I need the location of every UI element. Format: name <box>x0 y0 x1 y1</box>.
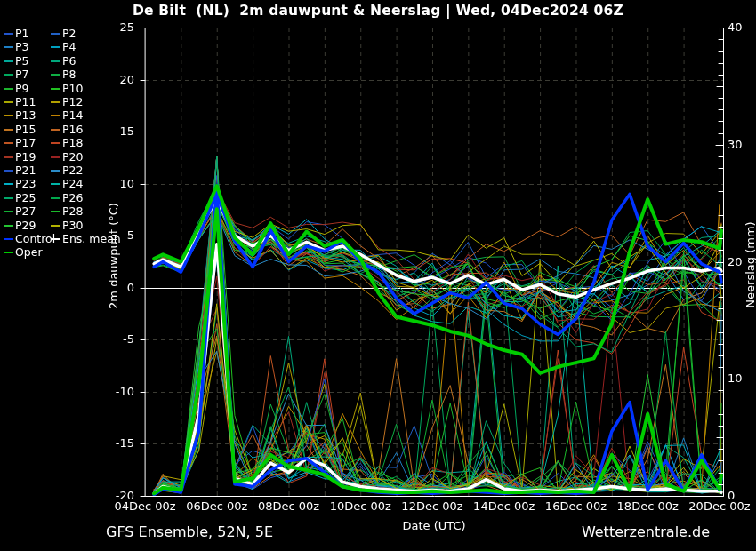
legend-swatch <box>51 170 60 172</box>
legend-swatch <box>4 211 13 212</box>
legend-label: P27 <box>15 205 36 218</box>
y-tick-right-30: 30 <box>728 139 743 151</box>
x-tick-14dec-00z: 14Dec 00z <box>464 499 544 513</box>
legend-swatch <box>51 88 60 90</box>
legend-item-p21: P21 <box>4 164 36 177</box>
y-tick-left--5: -5 <box>0 333 134 346</box>
legend-swatch <box>4 60 13 62</box>
legend-item-p18: P18 <box>51 137 83 149</box>
legend-label: P28 <box>62 205 83 218</box>
legend-swatch <box>51 142 60 144</box>
wetterzentrale-ensemble-chart: De Bilt (NL) 2m dauwpunt & Neerslag | We… <box>0 0 756 551</box>
legend-item-p4: P4 <box>51 41 76 53</box>
legend-item-p26: P26 <box>51 192 83 204</box>
legend-swatch <box>4 156 13 158</box>
legend-swatch <box>51 225 60 227</box>
legend-swatch <box>51 101 60 103</box>
legend-item-p22: P22 <box>51 164 83 177</box>
y-tick-left-10: 10 <box>0 178 134 190</box>
legend-swatch <box>4 88 13 90</box>
chart-title: De Bilt (NL) 2m dauwpunt & Neerslag | We… <box>133 3 623 19</box>
legend-item-p11: P11 <box>4 96 36 108</box>
legend-label: P25 <box>15 192 36 204</box>
legend-item-p25: P25 <box>4 192 36 204</box>
legend-item-p17: P17 <box>4 137 36 149</box>
x-tick-04dec-00z: 04Dec 00z <box>105 499 185 513</box>
legend-label: P6 <box>62 55 76 68</box>
y-tick-right-40: 40 <box>728 21 743 34</box>
y-tick-left-20: 20 <box>0 74 134 86</box>
x-tick-20dec-00z: 20Dec 00z <box>680 499 756 513</box>
legend-swatch <box>51 115 60 116</box>
legend-label: P14 <box>62 109 83 122</box>
legend-item-p14: P14 <box>51 109 83 122</box>
y-axis-label-right: Neerslag (mm) <box>744 221 756 307</box>
legend-label: P3 <box>15 41 29 53</box>
legend-swatch <box>4 170 13 172</box>
legend-label: P11 <box>15 96 36 108</box>
y-tick-right-10: 10 <box>728 372 743 385</box>
legend-swatch <box>51 197 60 199</box>
x-tick-12dec-00z: 12Dec 00z <box>392 499 472 513</box>
legend-swatch <box>51 211 60 212</box>
legend-swatch <box>4 197 13 199</box>
y-tick-left--15: -15 <box>0 437 134 450</box>
x-tick-10dec-00z: 10Dec 00z <box>320 499 400 513</box>
legend-swatch <box>4 252 13 253</box>
x-tick-16dec-00z: 16Dec 00z <box>535 499 615 513</box>
legend-item-p12: P12 <box>51 96 83 108</box>
x-tick-08dec-00z: 08Dec 00z <box>248 499 328 513</box>
legend-label: P13 <box>15 109 36 122</box>
legend-label: Oper <box>15 246 43 259</box>
legend-swatch <box>4 101 13 103</box>
y-tick-left-15: 15 <box>0 125 134 138</box>
y-tick-right-20: 20 <box>728 256 743 268</box>
legend-swatch <box>4 142 13 144</box>
legend-item-p27: P27 <box>4 205 36 218</box>
legend-label: P12 <box>62 96 83 108</box>
x-axis-label: Date (UTC) <box>402 519 465 532</box>
legend-label: P18 <box>62 137 83 149</box>
y-axis-label-left: 2m dauwpunt (°C) <box>107 203 120 309</box>
legend-label: P4 <box>62 41 76 53</box>
legend-label: P5 <box>15 55 29 68</box>
x-tick-06dec-00z: 06Dec 00z <box>177 499 257 513</box>
legend-item-p5: P5 <box>4 55 29 68</box>
legend-item-p28: P28 <box>51 205 83 218</box>
legend-swatch <box>4 115 13 116</box>
legend-swatch <box>51 46 60 48</box>
legend-item-p19: P19 <box>4 151 36 164</box>
x-tick-18dec-00z: 18Dec 00z <box>607 499 688 513</box>
y-tick-left-25: 25 <box>0 21 134 34</box>
legend-swatch <box>4 225 13 227</box>
legend-label: P22 <box>62 164 83 177</box>
legend-item-p13: P13 <box>4 109 36 122</box>
footer-site: Wetterzentrale.de <box>582 523 710 540</box>
legend-label: P20 <box>62 151 83 164</box>
legend-swatch <box>4 46 13 48</box>
legend-item-p20: P20 <box>51 151 83 164</box>
legend-swatch <box>51 156 60 158</box>
y-tick-left--10: -10 <box>0 386 134 398</box>
legend-item-p3: P3 <box>4 41 29 53</box>
legend-label: P26 <box>62 192 83 204</box>
footer-model-info: GFS Ensemble, 52N, 5E <box>106 523 273 540</box>
legend-label: P17 <box>15 137 36 149</box>
legend-item-p6: P6 <box>51 55 76 68</box>
legend-label: P19 <box>15 151 36 164</box>
legend-label: P21 <box>15 164 36 177</box>
legend-item-oper: Oper <box>4 246 43 259</box>
legend-swatch <box>51 60 60 62</box>
